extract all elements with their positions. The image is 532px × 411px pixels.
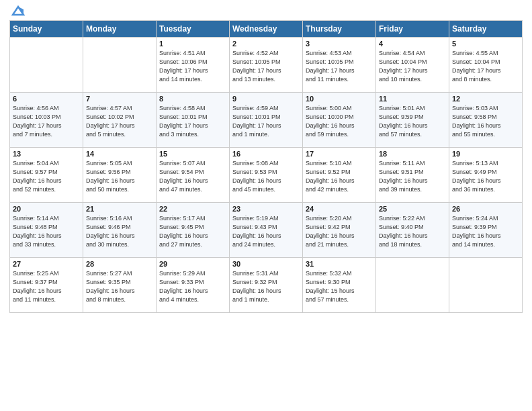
calendar-cell: 7Sunrise: 4:57 AMSunset: 10:02 PMDayligh… [83, 93, 157, 148]
day-info: Sunrise: 5:29 AMSunset: 9:33 PMDaylight:… [159, 269, 226, 304]
calendar-week-row: 27Sunrise: 5:25 AMSunset: 9:37 PMDayligh… [10, 258, 523, 313]
calendar-cell: 11Sunrise: 5:01 AMSunset: 9:59 PMDayligh… [376, 93, 449, 148]
calendar-cell: 28Sunrise: 5:27 AMSunset: 9:35 PMDayligh… [83, 258, 157, 313]
calendar-day-header: Thursday [303, 21, 376, 38]
day-info: Sunrise: 5:07 AMSunset: 9:54 PMDaylight:… [159, 159, 226, 194]
day-number: 21 [86, 205, 153, 213]
day-info: Sunrise: 5:20 AMSunset: 9:42 PMDaylight:… [306, 214, 373, 249]
day-info: Sunrise: 4:55 AMSunset: 10:04 PMDaylight… [452, 49, 519, 84]
day-number: 9 [232, 95, 300, 103]
day-info: Sunrise: 4:56 AMSunset: 10:03 PMDaylight… [13, 104, 80, 139]
day-number: 6 [13, 95, 80, 103]
calendar-cell: 3Sunrise: 4:53 AMSunset: 10:05 PMDayligh… [303, 38, 376, 93]
day-info: Sunrise: 5:01 AMSunset: 9:59 PMDaylight:… [379, 104, 446, 139]
calendar-day-header: Sunday [10, 21, 83, 38]
page-header [9, 7, 523, 16]
calendar-cell: 5Sunrise: 4:55 AMSunset: 10:04 PMDayligh… [449, 38, 523, 93]
calendar-cell: 4Sunrise: 4:54 AMSunset: 10:04 PMDayligh… [376, 38, 449, 93]
calendar-cell: 27Sunrise: 5:25 AMSunset: 9:37 PMDayligh… [10, 258, 83, 313]
calendar-cell: 20Sunrise: 5:14 AMSunset: 9:48 PMDayligh… [10, 203, 83, 258]
day-number: 7 [86, 95, 153, 103]
calendar-week-row: 6Sunrise: 4:56 AMSunset: 10:03 PMDayligh… [10, 93, 523, 148]
calendar-day-header: Tuesday [157, 21, 230, 38]
calendar-day-header: Saturday [449, 21, 523, 38]
calendar-cell: 18Sunrise: 5:11 AMSunset: 9:51 PMDayligh… [376, 148, 449, 203]
calendar-week-row: 1Sunrise: 4:51 AMSunset: 10:06 PMDayligh… [10, 38, 523, 93]
day-number: 26 [452, 205, 519, 213]
day-info: Sunrise: 4:58 AMSunset: 10:01 PMDaylight… [159, 104, 226, 139]
day-number: 14 [86, 150, 153, 158]
day-info: Sunrise: 5:22 AMSunset: 9:40 PMDaylight:… [379, 214, 446, 249]
calendar-cell [376, 258, 449, 313]
calendar-cell: 25Sunrise: 5:22 AMSunset: 9:40 PMDayligh… [376, 203, 449, 258]
day-info: Sunrise: 5:24 AMSunset: 9:39 PMDaylight:… [452, 214, 519, 249]
day-number: 31 [306, 260, 373, 268]
logo [9, 7, 25, 16]
day-info: Sunrise: 5:05 AMSunset: 9:56 PMDaylight:… [86, 159, 153, 194]
day-info: Sunrise: 4:52 AMSunset: 10:05 PMDaylight… [232, 49, 300, 84]
day-info: Sunrise: 5:19 AMSunset: 9:43 PMDaylight:… [232, 214, 300, 249]
calendar-day-header: Friday [376, 21, 449, 38]
day-number: 4 [379, 40, 446, 48]
calendar-day-header: Wednesday [230, 21, 303, 38]
day-info: Sunrise: 5:08 AMSunset: 9:53 PMDaylight:… [232, 159, 300, 194]
calendar-cell: 23Sunrise: 5:19 AMSunset: 9:43 PMDayligh… [230, 203, 303, 258]
day-number: 5 [452, 40, 519, 48]
day-info: Sunrise: 5:04 AMSunset: 9:57 PMDaylight:… [13, 159, 80, 194]
calendar-cell: 6Sunrise: 4:56 AMSunset: 10:03 PMDayligh… [10, 93, 83, 148]
day-info: Sunrise: 5:14 AMSunset: 9:48 PMDaylight:… [13, 214, 80, 249]
calendar-cell: 29Sunrise: 5:29 AMSunset: 9:33 PMDayligh… [157, 258, 230, 313]
day-number: 12 [452, 95, 519, 103]
day-info: Sunrise: 5:10 AMSunset: 9:52 PMDaylight:… [306, 159, 373, 194]
day-info: Sunrise: 5:25 AMSunset: 9:37 PMDaylight:… [13, 269, 80, 304]
day-number: 24 [306, 205, 373, 213]
calendar-cell: 10Sunrise: 5:00 AMSunset: 10:00 PMDaylig… [303, 93, 376, 148]
day-info: Sunrise: 4:59 AMSunset: 10:01 PMDaylight… [232, 104, 300, 139]
day-info: Sunrise: 5:03 AMSunset: 9:58 PMDaylight:… [452, 104, 519, 139]
day-number: 13 [13, 150, 80, 158]
day-info: Sunrise: 4:53 AMSunset: 10:05 PMDaylight… [306, 49, 373, 84]
day-number: 28 [86, 260, 153, 268]
day-number: 27 [13, 260, 80, 268]
day-info: Sunrise: 5:17 AMSunset: 9:45 PMDaylight:… [159, 214, 226, 249]
day-number: 23 [232, 205, 300, 213]
day-number: 8 [159, 95, 226, 103]
calendar-cell: 16Sunrise: 5:08 AMSunset: 9:53 PMDayligh… [230, 148, 303, 203]
day-info: Sunrise: 5:00 AMSunset: 10:00 PMDaylight… [306, 104, 373, 139]
calendar-cell: 1Sunrise: 4:51 AMSunset: 10:06 PMDayligh… [157, 38, 230, 93]
day-info: Sunrise: 4:57 AMSunset: 10:02 PMDaylight… [86, 104, 153, 139]
day-number: 25 [379, 205, 446, 213]
calendar-cell: 9Sunrise: 4:59 AMSunset: 10:01 PMDayligh… [230, 93, 303, 148]
calendar-cell: 8Sunrise: 4:58 AMSunset: 10:01 PMDayligh… [157, 93, 230, 148]
day-info: Sunrise: 5:13 AMSunset: 9:49 PMDaylight:… [452, 159, 519, 194]
day-info: Sunrise: 5:27 AMSunset: 9:35 PMDaylight:… [86, 269, 153, 304]
calendar-header-row: SundayMondayTuesdayWednesdayThursdayFrid… [10, 21, 523, 38]
calendar-cell: 19Sunrise: 5:13 AMSunset: 9:49 PMDayligh… [449, 148, 523, 203]
day-info: Sunrise: 4:51 AMSunset: 10:06 PMDaylight… [159, 49, 226, 84]
day-info: Sunrise: 4:54 AMSunset: 10:04 PMDaylight… [379, 49, 446, 84]
day-number: 18 [379, 150, 446, 158]
logo-icon [11, 5, 25, 16]
day-info: Sunrise: 5:16 AMSunset: 9:46 PMDaylight:… [86, 214, 153, 249]
calendar-cell: 30Sunrise: 5:31 AMSunset: 9:32 PMDayligh… [230, 258, 303, 313]
day-number: 19 [452, 150, 519, 158]
day-number: 17 [306, 150, 373, 158]
calendar-cell: 2Sunrise: 4:52 AMSunset: 10:05 PMDayligh… [230, 38, 303, 93]
day-number: 1 [159, 40, 226, 48]
calendar-week-row: 13Sunrise: 5:04 AMSunset: 9:57 PMDayligh… [10, 148, 523, 203]
calendar-cell: 14Sunrise: 5:05 AMSunset: 9:56 PMDayligh… [83, 148, 157, 203]
day-number: 10 [306, 95, 373, 103]
calendar-day-header: Monday [83, 21, 157, 38]
calendar-cell: 12Sunrise: 5:03 AMSunset: 9:58 PMDayligh… [449, 93, 523, 148]
calendar-cell [449, 258, 523, 313]
calendar-table: SundayMondayTuesdayWednesdayThursdayFrid… [9, 20, 523, 313]
day-number: 29 [159, 260, 226, 268]
calendar-week-row: 20Sunrise: 5:14 AMSunset: 9:48 PMDayligh… [10, 203, 523, 258]
day-number: 16 [232, 150, 300, 158]
day-number: 3 [306, 40, 373, 48]
day-info: Sunrise: 5:31 AMSunset: 9:32 PMDaylight:… [232, 269, 300, 304]
day-number: 22 [159, 205, 226, 213]
day-info: Sunrise: 5:32 AMSunset: 9:30 PMDaylight:… [306, 269, 373, 304]
calendar-cell [10, 38, 83, 93]
day-number: 15 [159, 150, 226, 158]
